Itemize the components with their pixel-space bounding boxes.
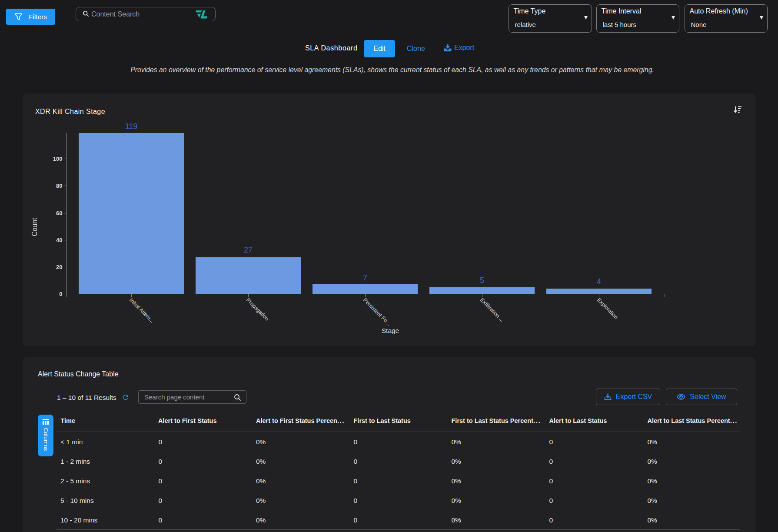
- svg-text:60: 60: [56, 210, 62, 216]
- svg-text:Persistent Fo...: Persistent Fo...: [362, 297, 392, 327]
- svg-text:Count: Count: [31, 218, 38, 236]
- svg-text:0: 0: [59, 291, 62, 297]
- svg-text:40: 40: [56, 237, 62, 243]
- svg-text:Stage: Stage: [382, 327, 399, 334]
- svg-text:100: 100: [53, 156, 63, 162]
- svg-text:80: 80: [56, 183, 62, 189]
- svg-text:Exfiltration ...: Exfiltration ...: [479, 297, 505, 323]
- svg-text:27: 27: [244, 246, 253, 254]
- svg-text:7: 7: [363, 273, 367, 282]
- svg-text:119: 119: [125, 122, 138, 131]
- svg-text:Initial Attem...: Initial Attem...: [128, 297, 155, 324]
- svg-text:Propagation: Propagation: [245, 297, 270, 322]
- svg-text:20: 20: [56, 264, 62, 270]
- svg-text:Exploration: Exploration: [596, 297, 619, 320]
- svg-text:4: 4: [597, 277, 601, 286]
- svg-text:5: 5: [480, 276, 484, 285]
